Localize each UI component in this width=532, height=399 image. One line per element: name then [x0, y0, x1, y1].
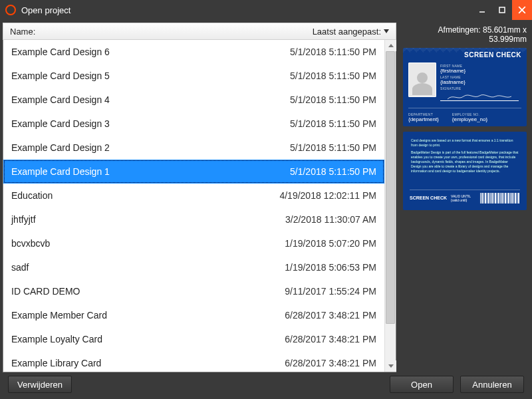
item-name: Example Card Design 3 [11, 118, 290, 129]
preview-panel: Afmetingen: 85.601mm x 53.999mm SCREEN C… [400, 23, 529, 372]
list-item[interactable]: Example Card Design 35/1/2018 5:11:50 PM [3, 112, 384, 136]
item-name: jhtfyjtf [11, 214, 285, 225]
item-name: Example Library Card [11, 358, 285, 368]
scrollbar[interactable] [384, 40, 396, 372]
scroll-thumb[interactable] [386, 51, 395, 324]
signature-line [440, 93, 519, 101]
item-modified: 5/1/2018 5:11:50 PM [290, 166, 376, 177]
item-modified: 3/2/2018 11:30:07 AM [285, 214, 376, 225]
svg-rect-1 [499, 7, 505, 13]
employee-no-value: {employee_no} [452, 116, 487, 122]
sort-desc-icon [384, 29, 389, 33]
card-preview-back: Card designs are based on a new format t… [403, 132, 527, 210]
item-modified: 6/28/2017 3:48:21 PM [285, 310, 376, 321]
list-item[interactable]: Example Card Design 55/1/2018 5:11:50 PM [3, 64, 384, 88]
project-list-panel: Name: Laatst aangepast: Example Card Des… [3, 23, 396, 372]
list-item[interactable]: jhtfyjtf3/2/2018 11:30:07 AM [3, 207, 384, 231]
item-name: Example Card Design 6 [11, 47, 290, 57]
list-item[interactable]: Example Card Design 65/1/2018 5:11:50 PM [3, 40, 384, 64]
item-modified: 4/19/2018 12:02:11 PM [279, 190, 376, 201]
list-item[interactable]: bcvxbcvb1/19/2018 5:07:20 PM [3, 231, 384, 255]
brand-logo-back: SCREEN CHECK [410, 196, 447, 200]
list-item[interactable]: Example Card Design 45/1/2018 5:11:50 PM [3, 88, 384, 112]
open-button[interactable]: Open [390, 376, 454, 393]
valid-until-value: {valid until} [451, 198, 471, 202]
list-item[interactable]: Education4/19/2018 12:02:11 PM [3, 184, 384, 207]
item-name: bcvxbcvb [11, 238, 285, 249]
app-icon [5, 5, 16, 15]
item-name: Example Card Design 5 [11, 70, 290, 81]
back-paragraph-1: Card designs are based on a new format t… [411, 138, 519, 148]
list-item[interactable]: ID CARD DEMO9/11/2017 1:55:24 PM [3, 279, 384, 303]
scroll-down-button[interactable] [385, 360, 396, 372]
lastname-value: {lastname} [440, 79, 521, 85]
window-title: Open project [21, 5, 70, 15]
project-list[interactable]: Example Card Design 65/1/2018 5:11:50 PM… [3, 40, 384, 372]
item-modified: 5/1/2018 5:11:50 PM [290, 118, 376, 129]
signature-label: SIGNATURE [440, 86, 521, 90]
window-controls [472, 0, 532, 20]
list-item[interactable]: Example Card Design 25/1/2018 5:11:50 PM [3, 136, 384, 160]
list-body: Example Card Design 65/1/2018 5:11:50 PM… [3, 40, 396, 372]
brand-logo: SCREEN CHECK [464, 52, 521, 58]
list-item[interactable]: Example Loyalty Card6/28/2017 3:48:21 PM [3, 327, 384, 351]
barcode-icon [480, 193, 520, 203]
list-item[interactable]: Example Library Card6/28/2017 3:48:21 PM [3, 351, 384, 372]
dimensions-label: Afmetingen: 85.601mm x 53.999mm [403, 23, 527, 48]
back-paragraph-2: BadgeMaker Design is part of the full fe… [411, 150, 519, 174]
item-modified: 5/1/2018 5:11:50 PM [290, 47, 376, 57]
item-modified: 5/1/2018 5:11:50 PM [290, 142, 376, 153]
item-name: Example Card Design 4 [11, 94, 290, 105]
item-modified: 5/1/2018 5:11:50 PM [290, 94, 376, 105]
list-item[interactable]: sadf1/19/2018 5:06:53 PM [3, 255, 384, 279]
item-name: Example Card Design 2 [11, 142, 290, 153]
close-button[interactable] [512, 0, 532, 20]
item-name: Example Member Card [11, 310, 285, 321]
list-item[interactable]: Example Member Card6/28/2017 3:48:21 PM [3, 303, 384, 327]
item-modified: 1/19/2018 5:07:20 PM [285, 238, 376, 249]
item-name: Example Card Design 1 [11, 166, 290, 177]
footer: Verwijderen Open Annuleren [0, 372, 532, 396]
scroll-up-button[interactable] [385, 40, 396, 51]
item-modified: 6/28/2017 3:48:21 PM [285, 358, 376, 368]
column-modified[interactable]: Laatst aangepast: [313, 27, 389, 37]
item-name: ID CARD DEMO [11, 286, 285, 297]
firstname-value: {firstname} [440, 68, 521, 74]
item-modified: 5/1/2018 5:11:50 PM [290, 70, 376, 81]
column-modified-label: Laatst aangepast: [313, 27, 381, 37]
minimize-button[interactable] [472, 0, 492, 20]
list-item[interactable]: Example Card Design 15/1/2018 5:11:50 PM [3, 160, 384, 184]
card-preview-front: SCREEN CHECK FIRST NAME {firstname} LAST… [403, 48, 527, 126]
maximize-button[interactable] [492, 0, 512, 20]
list-header[interactable]: Name: Laatst aangepast: [3, 23, 396, 40]
item-modified: 6/28/2017 3:48:21 PM [285, 334, 376, 344]
item-modified: 1/19/2018 5:06:53 PM [285, 262, 376, 273]
item-name: sadf [11, 262, 285, 273]
item-name: Example Loyalty Card [11, 334, 285, 344]
column-name[interactable]: Name: [10, 27, 313, 37]
item-name: Education [11, 190, 279, 201]
item-modified: 9/11/2017 1:55:24 PM [285, 286, 376, 297]
cancel-button[interactable]: Annuleren [460, 376, 524, 393]
photo-placeholder-icon [408, 63, 436, 97]
titlebar: Open project [0, 0, 532, 20]
department-value: {department} [408, 116, 439, 122]
delete-button[interactable]: Verwijderen [8, 376, 72, 393]
